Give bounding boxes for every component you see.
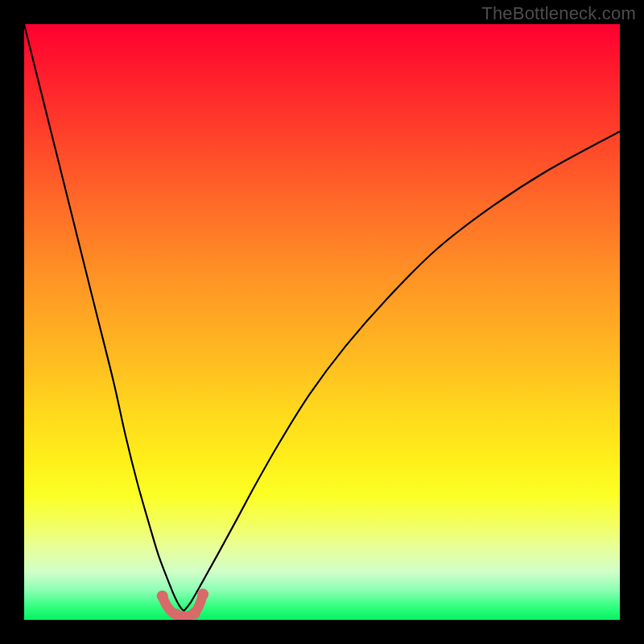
bottleneck-curve-right: [184, 131, 620, 611]
plot-area: [24, 24, 620, 620]
curve-layer: [24, 24, 620, 620]
valley-marker-dot: [157, 590, 168, 601]
bottleneck-curve-left: [24, 24, 184, 611]
watermark-text: TheBottleneck.com: [481, 3, 636, 24]
valley-marker-dot: [197, 588, 208, 600]
chart-frame: TheBottleneck.com: [0, 0, 644, 644]
valley-marker-dot: [189, 608, 200, 619]
